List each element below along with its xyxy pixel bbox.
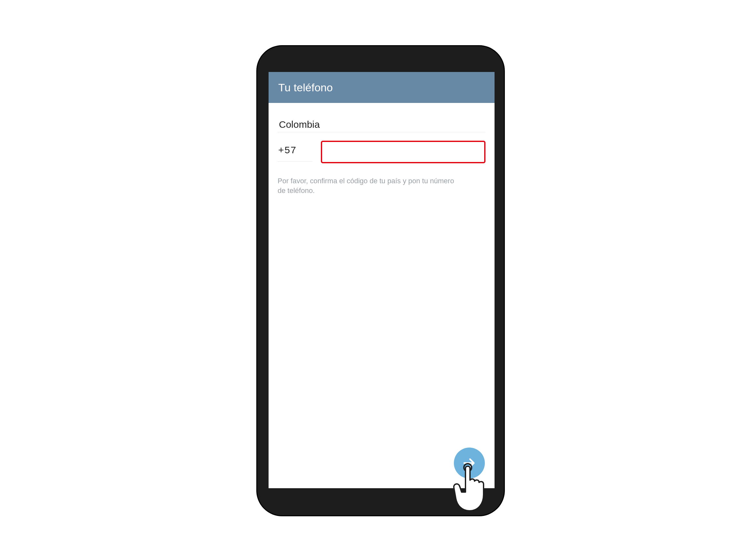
arrow-right-icon: [462, 455, 477, 471]
header-title: Tu teléfono: [278, 81, 333, 94]
country-selector[interactable]: Colombia: [278, 119, 485, 132]
content-area: Colombia +57 Por favor, confirma el códi…: [269, 103, 495, 488]
helper-text: Por favor, confirma el código de tu país…: [278, 176, 458, 195]
phone-number-input[interactable]: [322, 142, 484, 162]
phone-input-row: +57: [278, 141, 485, 163]
app-header: Tu teléfono: [269, 72, 495, 103]
next-button[interactable]: [454, 447, 485, 478]
country-code-field[interactable]: +57: [278, 143, 312, 162]
phone-screen: Tu teléfono Colombia +57 Por favor, conf…: [269, 72, 495, 488]
phone-device-frame: Tu teléfono Colombia +57 Por favor, conf…: [256, 45, 505, 516]
country-name: Colombia: [279, 119, 320, 130]
phone-number-highlight: [321, 141, 485, 163]
